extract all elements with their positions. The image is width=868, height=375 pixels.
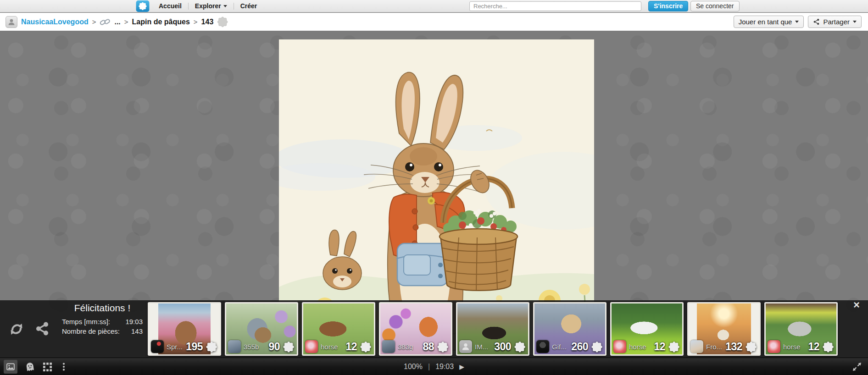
nav-explore[interactable]: Explorer <box>195 2 227 10</box>
piece-count: 88 <box>423 341 434 353</box>
play-as-label: Jouer en tant que <box>739 18 792 26</box>
kebab-menu-icon <box>60 362 68 372</box>
puzzle-piece-icon <box>217 16 228 28</box>
puzzle-name: Gif... <box>552 343 568 351</box>
puzzle-piece-icon <box>437 341 449 353</box>
creator-avatar <box>459 340 472 353</box>
piece-count: 260 <box>571 341 588 353</box>
ghost-icon <box>24 361 36 373</box>
edge-pieces-button[interactable] <box>43 362 52 372</box>
breadcrumb-separator: > <box>92 18 96 26</box>
show-image-button[interactable] <box>4 360 17 374</box>
bottom-toolbar: 100% | 19:03 ▶ <box>0 358 868 375</box>
puzzle-thumbnail[interactable]: horse 12 <box>764 302 838 356</box>
share-icon <box>813 18 820 25</box>
fullscreen-expand-icon[interactable] <box>851 361 862 372</box>
site-logo-puzzle-icon[interactable] <box>136 0 150 12</box>
breadcrumb-bar: NausicaaLovegood > ... > Lapin de pâques… <box>0 13 868 31</box>
creator-avatar <box>690 340 703 353</box>
breadcrumb-separator: > <box>194 18 198 26</box>
nav-explore-label: Explorer <box>195 2 221 10</box>
more-options-button[interactable] <box>60 362 68 372</box>
time-value: 19:03 <box>125 318 143 325</box>
main-nav: Accueil Explorer Créer <box>159 0 257 12</box>
piece-count: 90 <box>268 341 280 353</box>
puzzle-piece-icon <box>745 341 757 353</box>
puzzle-name: horse <box>783 343 805 351</box>
puzzle-piece-icon <box>360 341 372 353</box>
puzzle-thumbnail[interactable]: Spr... 195 <box>148 302 221 356</box>
puzzle-piece-icon <box>822 341 835 353</box>
breadcrumb-album-link[interactable]: Lapin de pâques <box>132 18 190 26</box>
breadcrumb: NausicaaLovegood > ... > Lapin de pâques… <box>6 13 228 31</box>
creator-avatar <box>151 340 164 353</box>
completion-overlay: Félicitations ! Temps [mm:ss]: 19:03 Nom… <box>0 300 868 358</box>
nav-home[interactable]: Accueil <box>159 2 182 10</box>
puzzle-thumbnail[interactable]: 383g 88 <box>379 302 452 356</box>
puzzle-thumbnail[interactable]: Gif... 260 <box>533 302 606 356</box>
breadcrumb-separator: > <box>124 18 128 26</box>
pieces-stat-row: Nombre de pièces: 143 <box>62 327 143 335</box>
puzzle-name: Fro... <box>706 343 723 351</box>
zoom-level: 100% <box>404 363 423 371</box>
puzzle-thumbnail[interactable]: horse 12 <box>302 302 375 356</box>
piece-count: 132 <box>725 341 742 353</box>
puzzle-piece-icon <box>206 341 218 353</box>
play-icon[interactable]: ▶ <box>459 363 464 370</box>
time-stat-row: Temps [mm:ss]: 19:03 <box>62 318 143 325</box>
caret-down-icon <box>223 5 227 7</box>
puzzle-name: 355b <box>244 343 266 351</box>
top-navigation-bar: Accueil Explorer Créer S'inscrire Se con… <box>0 0 868 12</box>
login-button[interactable]: Se connecter <box>690 1 740 11</box>
nav-divider <box>188 3 189 10</box>
nav-home-label: Accueil <box>159 2 182 10</box>
share-result-button[interactable] <box>35 321 50 336</box>
thumbnail-info: horse 12 <box>305 340 372 353</box>
status-readout: 100% | 19:03 ▶ <box>404 358 464 375</box>
puzzle-thumbnail[interactable]: Fro... 132 <box>687 302 761 356</box>
thumbnail-info: Gif... 260 <box>536 340 603 353</box>
puzzle-name: Spr... <box>167 343 183 351</box>
image-icon <box>6 362 15 371</box>
puzzle-thumbnail[interactable]: 355b 90 <box>225 302 298 356</box>
caret-down-icon <box>795 21 799 23</box>
puzzle-piece-icon <box>283 341 295 353</box>
search-input[interactable] <box>469 1 641 11</box>
ghost-mode-button[interactable] <box>25 362 35 372</box>
creator-avatar <box>768 340 780 353</box>
creator-avatar <box>536 340 549 353</box>
user-avatar <box>6 16 17 28</box>
puzzle-piece-icon <box>591 341 603 353</box>
breadcrumb-username-link[interactable]: NausicaaLovegood <box>21 18 89 26</box>
close-overlay-button[interactable]: × <box>853 299 860 310</box>
caret-down-icon <box>853 21 857 23</box>
signup-button[interactable]: S'inscrire <box>648 1 688 11</box>
piece-count: 300 <box>494 341 511 353</box>
elapsed-time: 19:03 <box>435 363 454 371</box>
puzzle-thumbnail[interactable]: IM... 300 <box>456 302 529 356</box>
thumbnail-info: IM... 300 <box>459 340 526 353</box>
breadcrumb-actions: Jouer en tant que Partager <box>734 16 862 28</box>
play-as-button[interactable]: Jouer en tant que <box>734 16 804 28</box>
share-button[interactable]: Partager <box>808 16 862 28</box>
piece-count: 12 <box>808 341 819 353</box>
thumbnail-info: 383g 88 <box>382 340 449 353</box>
puzzle-piece-icon <box>514 341 526 353</box>
puzzle-piece-icon <box>668 341 680 353</box>
puzzle-thumbnail[interactable]: horse 12 <box>610 302 684 356</box>
breadcrumb-puzzle-number: 143 <box>201 18 214 26</box>
piece-count: 195 <box>186 341 203 353</box>
puzzle-name: horse <box>321 343 343 351</box>
restart-puzzle-button[interactable] <box>7 321 26 337</box>
jigsaw-puzzle-app: Accueil Explorer Créer S'inscrire Se con… <box>0 0 868 375</box>
piece-count: 12 <box>654 341 665 353</box>
piece-count: 12 <box>345 341 357 353</box>
nav-create[interactable]: Créer <box>240 2 257 10</box>
time-label: Temps [mm:ss]: <box>62 318 110 325</box>
puzzle-name: IM... <box>475 343 491 351</box>
pieces-label: Nombre de pièces: <box>62 327 120 335</box>
grid-border-icon <box>43 362 52 372</box>
puzzle-name: horse <box>629 343 651 351</box>
link-chain-icon <box>100 17 111 28</box>
breadcrumb-collapsed-items[interactable]: ... <box>114 18 120 26</box>
